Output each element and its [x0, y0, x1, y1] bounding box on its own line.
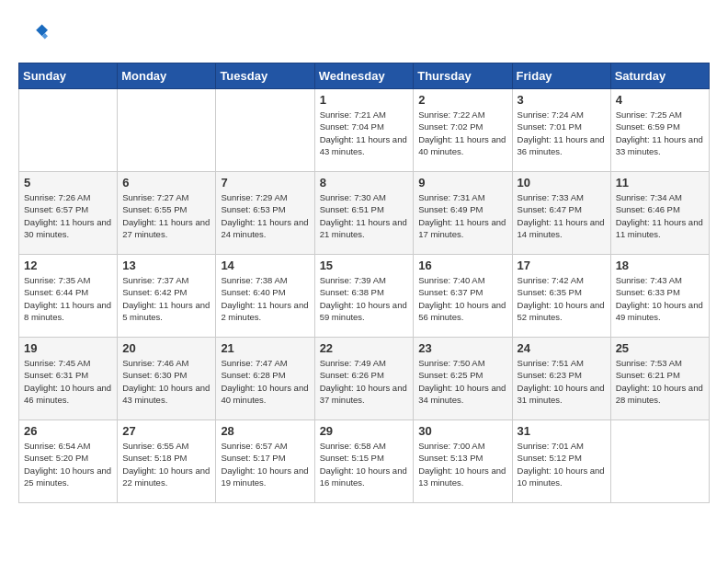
- day-number: 2: [418, 93, 506, 107]
- day-info: Sunrise: 7:26 AM Sunset: 6:57 PM Dayligh…: [24, 191, 112, 240]
- calendar-cell: 28Sunrise: 6:57 AM Sunset: 5:17 PM Dayli…: [216, 420, 314, 503]
- calendar-week-row: 19Sunrise: 7:45 AM Sunset: 6:31 PM Dayli…: [19, 338, 710, 420]
- day-number: 31: [518, 424, 606, 438]
- calendar-cell: 19Sunrise: 7:45 AM Sunset: 6:31 PM Dayli…: [19, 338, 118, 420]
- calendar-cell: 20Sunrise: 7:46 AM Sunset: 6:30 PM Dayli…: [118, 338, 216, 420]
- day-info: Sunrise: 7:22 AM Sunset: 7:02 PM Dayligh…: [418, 109, 506, 157]
- day-number: 21: [221, 341, 309, 355]
- day-number: 16: [418, 259, 506, 272]
- day-number: 4: [616, 93, 704, 107]
- day-number: 23: [418, 341, 506, 355]
- weekday-header-saturday: Saturday: [610, 63, 709, 89]
- calendar-cell: [216, 89, 314, 172]
- weekday-header-tuesday: Tuesday: [216, 63, 314, 89]
- day-number: 27: [122, 424, 210, 438]
- calendar-cell: [610, 420, 709, 503]
- day-number: 8: [320, 176, 409, 190]
- day-number: 12: [24, 259, 112, 272]
- day-number: 18: [616, 259, 704, 272]
- day-number: 6: [122, 176, 210, 190]
- svg-marker-0: [36, 24, 48, 36]
- day-number: 10: [518, 176, 606, 190]
- day-number: 15: [320, 259, 409, 272]
- day-number: 17: [518, 259, 606, 272]
- calendar-cell: 16Sunrise: 7:40 AM Sunset: 6:37 PM Dayli…: [414, 255, 512, 338]
- day-info: Sunrise: 6:55 AM Sunset: 5:18 PM Dayligh…: [122, 440, 210, 488]
- calendar-cell: [19, 89, 118, 172]
- day-info: Sunrise: 7:50 AM Sunset: 6:25 PM Dayligh…: [418, 357, 506, 406]
- day-number: 26: [24, 424, 112, 438]
- calendar-cell: 26Sunrise: 6:54 AM Sunset: 5:20 PM Dayli…: [19, 420, 118, 503]
- logo-icon: [18, 18, 48, 48]
- day-number: 9: [418, 176, 506, 190]
- day-info: Sunrise: 7:25 AM Sunset: 6:59 PM Dayligh…: [616, 109, 704, 157]
- day-info: Sunrise: 7:31 AM Sunset: 6:49 PM Dayligh…: [418, 191, 506, 240]
- day-number: 7: [221, 176, 309, 190]
- day-number: 24: [518, 341, 606, 355]
- calendar-cell: 13Sunrise: 7:37 AM Sunset: 6:42 PM Dayli…: [118, 255, 216, 338]
- day-info: Sunrise: 7:45 AM Sunset: 6:31 PM Dayligh…: [24, 357, 112, 406]
- day-info: Sunrise: 7:47 AM Sunset: 6:28 PM Dayligh…: [221, 357, 309, 406]
- day-info: Sunrise: 7:49 AM Sunset: 6:26 PM Dayligh…: [320, 357, 409, 406]
- calendar-cell: 12Sunrise: 7:35 AM Sunset: 6:44 PM Dayli…: [19, 255, 118, 338]
- logo: [18, 18, 51, 48]
- day-info: Sunrise: 7:37 AM Sunset: 6:42 PM Dayligh…: [122, 274, 210, 323]
- calendar-cell: 30Sunrise: 7:00 AM Sunset: 5:13 PM Dayli…: [414, 420, 512, 503]
- weekday-header-row: SundayMondayTuesdayWednesdayThursdayFrid…: [19, 63, 710, 89]
- day-info: Sunrise: 7:42 AM Sunset: 6:35 PM Dayligh…: [518, 274, 606, 323]
- day-number: 28: [221, 424, 309, 438]
- calendar-week-row: 5Sunrise: 7:26 AM Sunset: 6:57 PM Daylig…: [19, 172, 710, 255]
- weekday-header-monday: Monday: [118, 63, 216, 89]
- calendar-cell: 21Sunrise: 7:47 AM Sunset: 6:28 PM Dayli…: [216, 338, 314, 420]
- day-number: 5: [24, 176, 112, 190]
- day-number: 30: [418, 424, 506, 438]
- day-info: Sunrise: 6:58 AM Sunset: 5:15 PM Dayligh…: [320, 440, 409, 488]
- day-info: Sunrise: 7:21 AM Sunset: 7:04 PM Dayligh…: [320, 109, 409, 157]
- calendar-cell: 25Sunrise: 7:53 AM Sunset: 6:21 PM Dayli…: [610, 338, 709, 420]
- calendar-cell: 29Sunrise: 6:58 AM Sunset: 5:15 PM Dayli…: [314, 420, 414, 503]
- day-info: Sunrise: 7:35 AM Sunset: 6:44 PM Dayligh…: [24, 274, 112, 323]
- day-info: Sunrise: 7:53 AM Sunset: 6:21 PM Dayligh…: [616, 357, 704, 406]
- day-info: Sunrise: 7:39 AM Sunset: 6:38 PM Dayligh…: [320, 274, 409, 323]
- day-info: Sunrise: 7:24 AM Sunset: 7:01 PM Dayligh…: [518, 109, 606, 157]
- calendar-cell: 18Sunrise: 7:43 AM Sunset: 6:33 PM Dayli…: [610, 255, 709, 338]
- calendar-cell: 6Sunrise: 7:27 AM Sunset: 6:55 PM Daylig…: [118, 172, 216, 255]
- day-info: Sunrise: 7:01 AM Sunset: 5:12 PM Dayligh…: [518, 440, 606, 488]
- weekday-header-friday: Friday: [512, 63, 610, 89]
- day-info: Sunrise: 7:33 AM Sunset: 6:47 PM Dayligh…: [518, 191, 606, 240]
- day-number: 22: [320, 341, 409, 355]
- page-header: [18, 18, 710, 48]
- calendar-cell: 24Sunrise: 7:51 AM Sunset: 6:23 PM Dayli…: [512, 338, 610, 420]
- day-info: Sunrise: 6:54 AM Sunset: 5:20 PM Dayligh…: [24, 440, 112, 488]
- day-info: Sunrise: 7:43 AM Sunset: 6:33 PM Dayligh…: [616, 274, 704, 323]
- day-number: 29: [320, 424, 409, 438]
- day-info: Sunrise: 7:38 AM Sunset: 6:40 PM Dayligh…: [221, 274, 309, 323]
- day-info: Sunrise: 7:29 AM Sunset: 6:53 PM Dayligh…: [221, 191, 309, 240]
- calendar-cell: 9Sunrise: 7:31 AM Sunset: 6:49 PM Daylig…: [414, 172, 512, 255]
- day-number: 3: [518, 93, 606, 107]
- calendar-cell: 22Sunrise: 7:49 AM Sunset: 6:26 PM Dayli…: [314, 338, 414, 420]
- day-info: Sunrise: 7:30 AM Sunset: 6:51 PM Dayligh…: [320, 191, 409, 240]
- day-info: Sunrise: 7:51 AM Sunset: 6:23 PM Dayligh…: [518, 357, 606, 406]
- day-info: Sunrise: 7:40 AM Sunset: 6:37 PM Dayligh…: [418, 274, 506, 323]
- calendar-week-row: 12Sunrise: 7:35 AM Sunset: 6:44 PM Dayli…: [19, 255, 710, 338]
- day-number: 1: [320, 93, 409, 107]
- weekday-header-wednesday: Wednesday: [314, 63, 414, 89]
- day-number: 14: [221, 259, 309, 272]
- calendar-cell: [118, 89, 216, 172]
- calendar-cell: 11Sunrise: 7:34 AM Sunset: 6:46 PM Dayli…: [610, 172, 709, 255]
- weekday-header-thursday: Thursday: [414, 63, 512, 89]
- day-info: Sunrise: 7:00 AM Sunset: 5:13 PM Dayligh…: [418, 440, 506, 488]
- day-number: 11: [616, 176, 704, 190]
- day-number: 20: [122, 341, 210, 355]
- calendar-cell: 23Sunrise: 7:50 AM Sunset: 6:25 PM Dayli…: [414, 338, 512, 420]
- day-info: Sunrise: 7:34 AM Sunset: 6:46 PM Dayligh…: [616, 191, 704, 240]
- day-info: Sunrise: 7:27 AM Sunset: 6:55 PM Dayligh…: [122, 191, 210, 240]
- weekday-header-sunday: Sunday: [19, 63, 118, 89]
- day-info: Sunrise: 7:46 AM Sunset: 6:30 PM Dayligh…: [122, 357, 210, 406]
- calendar-cell: 7Sunrise: 7:29 AM Sunset: 6:53 PM Daylig…: [216, 172, 314, 255]
- calendar-cell: 4Sunrise: 7:25 AM Sunset: 6:59 PM Daylig…: [610, 89, 709, 172]
- calendar-cell: 8Sunrise: 7:30 AM Sunset: 6:51 PM Daylig…: [314, 172, 414, 255]
- calendar-week-row: 1Sunrise: 7:21 AM Sunset: 7:04 PM Daylig…: [19, 89, 710, 172]
- calendar-cell: 2Sunrise: 7:22 AM Sunset: 7:02 PM Daylig…: [414, 89, 512, 172]
